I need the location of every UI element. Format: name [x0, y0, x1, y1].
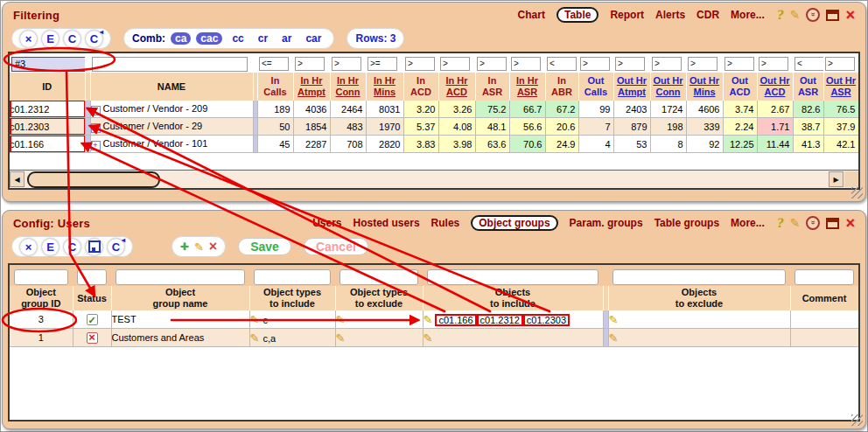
comb-option-cr[interactable]: cr — [254, 32, 272, 45]
close-icon[interactable]: × — [845, 217, 855, 229]
col-header-out-hr-asr[interactable]: Out HrASR — [823, 73, 858, 101]
col-header-in-hr-atmpt[interactable]: In HrAtmpt — [293, 73, 330, 101]
cancel-button[interactable]: Cancel — [304, 238, 368, 255]
status-disabled-icon[interactable]: × — [87, 332, 98, 344]
col-header-out-hr-mins[interactable]: Out HrMins — [686, 73, 723, 101]
filter-op-input-in-asr[interactable]: > — [477, 57, 507, 71]
filter-op-input-in-calls[interactable]: <= — [259, 57, 289, 71]
filter-input-status[interactable] — [77, 269, 107, 285]
toolbar-x-icon[interactable]: × — [20, 31, 37, 47]
help-icon[interactable]: ? — [775, 7, 785, 23]
scroll-right-button[interactable]: ▶ — [829, 171, 844, 187]
edit-pencil-icon[interactable]: ✎ — [609, 313, 619, 326]
config-tab-rules[interactable]: Rules — [431, 217, 460, 229]
edit-pencil-icon[interactable]: ✎ — [790, 8, 801, 22]
col-header-in-hr-conn[interactable]: In HrConn — [330, 73, 366, 101]
save-button[interactable]: Save — [238, 238, 291, 255]
filtering-tab-cdr[interactable]: CDR — [696, 9, 719, 21]
horizontal-scrollbar[interactable]: ◀ ▶ — [10, 170, 858, 188]
filtering-tab-table[interactable]: Table — [556, 7, 598, 23]
toolbar-letter-e-icon[interactable]: E — [42, 239, 59, 255]
config-tab-hosted-users[interactable]: Hosted users — [354, 217, 420, 229]
col-header-in-abr[interactable]: InABR — [545, 73, 578, 101]
name-filter-input[interactable] — [92, 57, 248, 72]
filter-input-comment[interactable] — [794, 269, 854, 285]
toolbar-disk-icon[interactable] — [86, 239, 102, 255]
col-header-objects-to-include[interactable]: Objectsto include — [423, 286, 603, 310]
col-header-out-calls[interactable]: OutCalls — [578, 73, 613, 101]
col-header-out-hr-acd[interactable]: Out HrACD — [757, 73, 793, 101]
col-header-in-acd[interactable]: InACD — [403, 73, 438, 101]
stamp-icon[interactable]: « — [806, 8, 820, 22]
help-icon[interactable]: ? — [775, 215, 785, 231]
filter-op-input-out-asr[interactable]: < — [794, 57, 823, 71]
filter-op-input-in-hr-asr[interactable]: > — [511, 57, 541, 71]
filter-op-input-out-hr-acd[interactable]: > — [759, 57, 788, 71]
resize-grip[interactable] — [851, 187, 863, 199]
col-header-out-acd[interactable]: OutACD — [723, 73, 757, 101]
filter-op-input-in-acd[interactable]: > — [405, 57, 435, 71]
col-header-status[interactable]: Status — [73, 286, 111, 310]
col-header-name[interactable]: NAME — [90, 73, 253, 101]
expand-icon[interactable]: + — [91, 141, 101, 150]
edit-pencil-icon[interactable]: ✎ — [424, 331, 433, 345]
col-header-object-types-to-exclude[interactable]: Object typesto exclude — [335, 286, 423, 310]
edit-pencil-icon[interactable]: ✎ — [790, 216, 801, 230]
resize-grip[interactable] — [851, 415, 863, 426]
col-header-object-group-id[interactable]: ⇧Objectgroup ID — [10, 286, 73, 310]
filtering-tab-chart[interactable]: Chart — [518, 9, 545, 21]
config-tab-object-groups[interactable]: Object groups — [471, 215, 557, 231]
col-header-in-hr-mins[interactable]: In HrMins — [366, 73, 403, 101]
filter-op-input-out-hr-atmpt[interactable]: > — [615, 57, 645, 71]
filter-input-object-types-to-exclude[interactable] — [340, 269, 418, 285]
comb-option-cac[interactable]: cac — [196, 32, 222, 45]
expand-icon[interactable]: + — [91, 123, 101, 133]
edit-pencil-icon[interactable]: ✎ — [609, 331, 619, 345]
edit-pencil-icon[interactable]: ✎ — [336, 313, 346, 326]
add-icon[interactable]: + — [180, 238, 189, 255]
config-tab-more[interactable]: More... — [731, 217, 765, 229]
comb-option-car[interactable]: car — [301, 32, 326, 45]
config-tab-param-groups[interactable]: Param. groups — [570, 217, 643, 229]
col-header-out-asr[interactable]: OutASR — [793, 73, 823, 101]
config-tab-users[interactable]: Users — [312, 217, 341, 229]
toolbar-x-icon[interactable]: × — [20, 239, 37, 255]
comb-option-ar[interactable]: ar — [277, 32, 296, 45]
window-icon[interactable] — [826, 10, 839, 21]
scrollbar-thumb[interactable] — [27, 171, 160, 188]
close-icon[interactable]: × — [845, 9, 855, 21]
edit-pencil-icon[interactable]: ✎ — [250, 331, 260, 345]
col-header-object-group-name[interactable]: Objectgroup name — [111, 286, 249, 310]
comb-option-cc[interactable]: cc — [228, 32, 248, 45]
stamp-icon[interactable]: « — [806, 216, 820, 230]
filter-input-objects-to-exclude[interactable] — [612, 269, 786, 285]
window-icon[interactable] — [826, 218, 839, 229]
col-header-comment[interactable]: Comment — [790, 286, 858, 310]
filter-input-object-group-id[interactable] — [14, 269, 68, 285]
filter-op-input-in-hr-mins[interactable]: >= — [368, 57, 397, 71]
col-header-out-hr-atmpt[interactable]: Out HrAtmpt — [613, 73, 650, 101]
filter-op-input-out-calls[interactable]: > — [580, 57, 610, 71]
delete-icon[interactable]: × — [209, 239, 217, 254]
filter-op-input-in-hr-acd[interactable]: > — [440, 57, 470, 71]
comb-option-ca[interactable]: ca — [171, 32, 191, 45]
edit-pencil-icon[interactable]: ✎ — [424, 313, 433, 326]
toolbar-refresh-icon[interactable]: C — [108, 239, 124, 255]
id-filter-input[interactable]: #3 — [11, 57, 85, 72]
col-header-out-hr-conn[interactable]: Out HrConn — [650, 73, 686, 101]
toolbar-letter-e-icon[interactable]: E — [42, 31, 59, 47]
config-tab-table-groups[interactable]: Table groups — [654, 217, 719, 229]
filter-input-object-types-to-include[interactable] — [254, 269, 331, 285]
toolbar-refresh-icon[interactable]: C — [86, 31, 102, 47]
col-header-in-asr[interactable]: InASR — [475, 73, 509, 101]
status-enabled-icon[interactable]: ✓ — [87, 314, 98, 325]
filter-op-input-out-hr-conn[interactable]: > — [652, 57, 682, 71]
edit-pencil-icon[interactable]: ✎ — [250, 313, 260, 326]
filter-op-input-in-abr[interactable]: < — [547, 57, 577, 71]
rows-count-pill[interactable]: Rows: 3 — [346, 28, 404, 49]
filtering-tab-report[interactable]: Report — [610, 9, 644, 21]
filtering-tab-more[interactable]: More... — [731, 9, 765, 21]
filter-op-input-out-acd[interactable]: > — [724, 57, 754, 71]
filter-input-objects-to-include[interactable] — [427, 269, 598, 285]
toolbar-letter-c-icon[interactable]: C — [64, 31, 80, 47]
